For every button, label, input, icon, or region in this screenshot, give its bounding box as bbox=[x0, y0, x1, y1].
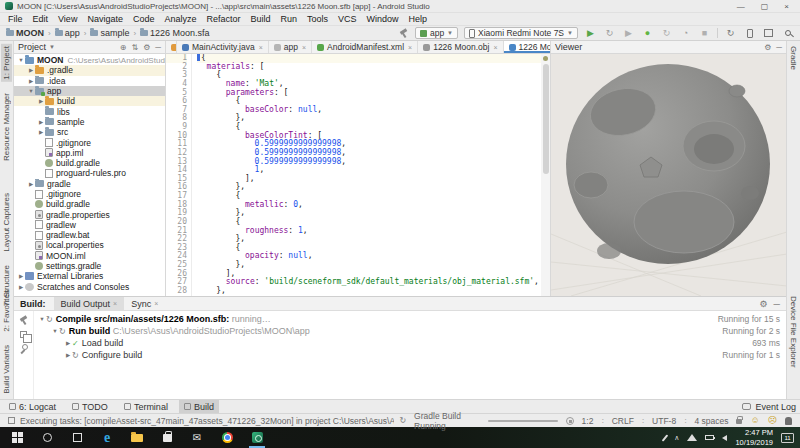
stop-process-icon[interactable] bbox=[566, 417, 574, 425]
menu-vcs[interactable]: VCS bbox=[333, 14, 362, 24]
sdk-manager-button[interactable] bbox=[762, 27, 775, 40]
tree-item-gradlew[interactable]: gradlew bbox=[14, 220, 165, 230]
tree-item-local-properties[interactable]: local.properties bbox=[14, 240, 165, 250]
menu-window[interactable]: Window bbox=[362, 14, 404, 24]
tab-mainactivity-java[interactable]: MainActivity.java× bbox=[177, 41, 269, 53]
menu-analyze[interactable]: Analyze bbox=[159, 14, 201, 24]
menu-run[interactable]: Run bbox=[276, 14, 303, 24]
build-tab-build-output[interactable]: Build Output× bbox=[54, 297, 125, 310]
editor-code[interactable]: {materials: [{name: 'Mat',parameters: [{… bbox=[192, 54, 550, 296]
maximize-button[interactable]: ▢ bbox=[761, 2, 769, 11]
tool-window-button-2-favorites[interactable]: 2: Favorites bbox=[1, 288, 12, 334]
tree-item-gradle[interactable]: ▶gradle bbox=[14, 179, 165, 189]
tree-item-app-iml[interactable]: app.iml bbox=[14, 148, 165, 158]
tool-window-button-6-logcat[interactable]: 6: Logcat bbox=[4, 400, 61, 413]
battery-icon[interactable] bbox=[705, 435, 714, 440]
console-view-icon[interactable] bbox=[20, 331, 27, 338]
tree-item--gitignore[interactable]: .gitignore bbox=[14, 137, 165, 147]
tree-item-build-gradle[interactable]: build.gradle bbox=[14, 199, 165, 209]
menu-navigate[interactable]: Navigate bbox=[82, 14, 128, 24]
tree-item-build-gradle[interactable]: build.gradle bbox=[14, 158, 165, 168]
stop-button[interactable]: ■ bbox=[698, 27, 711, 40]
tool-window-button-gradle[interactable]: Gradle bbox=[788, 44, 799, 72]
close-icon[interactable]: × bbox=[113, 300, 117, 307]
tree-item-libs[interactable]: libs bbox=[14, 106, 165, 116]
edge-icon[interactable]: e bbox=[92, 427, 122, 448]
avd-manager-button[interactable] bbox=[743, 27, 756, 40]
tree-item-moon[interactable]: ▼MOONC:\Users\Asus\AndroidStudioProjects… bbox=[14, 55, 165, 65]
collapse-all-icon[interactable]: ⇅ bbox=[131, 43, 138, 52]
tool-window-button-layout-captures[interactable]: Layout Captures bbox=[1, 191, 12, 254]
build-tab-sync[interactable]: Sync× bbox=[124, 297, 165, 310]
expanded-arrow-icon[interactable]: ▼ bbox=[38, 316, 46, 322]
caret-position[interactable]: 1:2 bbox=[582, 416, 594, 426]
breadcrumb-item[interactable]: 1226 Moon.sfa bbox=[140, 28, 210, 38]
menu-edit[interactable]: Edit bbox=[28, 14, 54, 24]
chevron-up-icon[interactable]: ∧ bbox=[674, 434, 679, 442]
close-button[interactable]: × bbox=[784, 2, 789, 11]
build-row[interactable]: ▼↻Run build C:\Users\Asus\AndroidStudioP… bbox=[34, 325, 786, 337]
tool-window-button-1-project[interactable]: 1: Project bbox=[1, 44, 12, 82]
menu-tools[interactable]: Tools bbox=[302, 14, 333, 24]
close-icon[interactable]: × bbox=[259, 44, 263, 51]
tool-window-button-terminal[interactable]: Terminal bbox=[119, 400, 173, 413]
expanded-arrow-icon[interactable]: ▼ bbox=[17, 57, 25, 63]
run-button[interactable]: ▶ bbox=[584, 27, 597, 40]
build-row[interactable]: ▶✓Load build693 ms bbox=[34, 337, 786, 349]
collapsed-arrow-icon[interactable]: ▶ bbox=[64, 352, 72, 358]
chrome-icon[interactable] bbox=[212, 427, 242, 448]
tree-item--idea[interactable]: ▶.idea bbox=[14, 76, 165, 86]
volume-icon[interactable] bbox=[722, 435, 727, 441]
happy-face-icon[interactable]: ☺ bbox=[750, 416, 759, 425]
menu-view[interactable]: View bbox=[53, 14, 82, 24]
sync-gradle-button[interactable]: ↻ bbox=[724, 27, 737, 40]
tree-item-scratches-and-consoles[interactable]: ▶Scratches and Consoles bbox=[14, 282, 165, 292]
cortana-search-icon[interactable] bbox=[32, 427, 62, 448]
tree-item-moon-iml[interactable]: MOON.iml bbox=[14, 251, 165, 261]
collapsed-arrow-icon[interactable]: ▶ bbox=[17, 284, 25, 290]
tool-window-button-resource-manager[interactable]: Resource Manager bbox=[1, 91, 12, 163]
run-coverage-button[interactable]: ▶ bbox=[622, 27, 635, 40]
gear-icon[interactable]: ⚙ bbox=[760, 299, 768, 309]
scrollbar-thumb[interactable] bbox=[543, 64, 549, 174]
collapsed-arrow-icon[interactable]: ▶ bbox=[37, 119, 45, 125]
tool-window-toggle-icon[interactable] bbox=[8, 417, 15, 424]
menu-help[interactable]: Help bbox=[404, 14, 433, 24]
indent-indicator[interactable]: 4 spaces bbox=[694, 416, 728, 426]
tree-item-external-libraries[interactable]: ▶External Libraries bbox=[14, 271, 165, 281]
gear-icon[interactable]: ⚙ bbox=[764, 43, 771, 52]
tab-1226-moon-obj[interactable]: 1226 Moon.obj× bbox=[418, 41, 503, 53]
profile-button[interactable]: ◔ bbox=[679, 27, 692, 40]
run-configuration-select[interactable]: app▼ bbox=[415, 27, 458, 39]
project-view-selector[interactable]: Project bbox=[18, 42, 46, 52]
build-hammer-icon[interactable] bbox=[399, 28, 409, 38]
close-icon[interactable]: × bbox=[493, 44, 497, 51]
collapsed-arrow-icon[interactable]: ▶ bbox=[64, 340, 72, 346]
tree-item-settings-gradle[interactable]: settings.gradle bbox=[14, 261, 165, 271]
tab-app[interactable]: app× bbox=[269, 41, 312, 53]
network-icon[interactable] bbox=[687, 434, 697, 441]
android-studio-icon[interactable] bbox=[242, 427, 272, 448]
tab-androidmanifest-xml[interactable]: AndroidManifest.xml× bbox=[312, 41, 418, 53]
sad-face-icon[interactable]: ☹ bbox=[768, 416, 777, 425]
minimize-button[interactable]: — bbox=[737, 2, 745, 11]
mail-icon[interactable]: ✉ bbox=[182, 427, 212, 448]
gear-icon[interactable]: ⚙ bbox=[143, 43, 150, 52]
tab-main-xml[interactable]: main.xml× bbox=[166, 41, 177, 53]
lock-icon[interactable] bbox=[736, 419, 742, 424]
restart-build-icon[interactable] bbox=[19, 315, 29, 325]
breadcrumb-item[interactable]: app bbox=[55, 28, 80, 38]
file-explorer-icon[interactable] bbox=[122, 427, 152, 448]
tool-window-button-device-file-explorer[interactable]: Device File Explorer bbox=[788, 294, 799, 370]
editor-scrollbar[interactable] bbox=[541, 54, 550, 296]
encoding-indicator[interactable]: UTF-8 bbox=[652, 416, 676, 426]
tree-item-gradlew-bat[interactable]: gradlew.bat bbox=[14, 230, 165, 240]
tab-1226-moon-sfb[interactable]: 1226 Moon.sfb× bbox=[504, 41, 551, 53]
tree-item-sample[interactable]: ▶sample bbox=[14, 117, 165, 127]
tree-item-proguard-rules-pro[interactable]: proguard-rules.pro bbox=[14, 168, 165, 178]
device-select[interactable]: Xiaomi Redmi Note 7S▼ bbox=[464, 27, 578, 39]
tree-item-src[interactable]: ▶src bbox=[14, 127, 165, 137]
tree-item-app[interactable]: ▼app bbox=[14, 86, 165, 96]
pin-icon[interactable] bbox=[19, 344, 29, 354]
tree-item-build[interactable]: ▶build bbox=[14, 96, 165, 106]
